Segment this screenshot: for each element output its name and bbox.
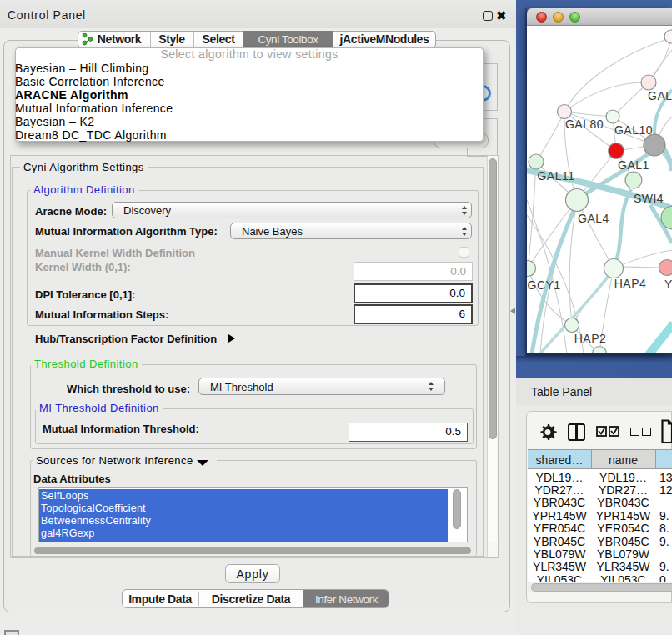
svg-text:GAL11: GAL11 [537,169,574,182]
svg-text:GAL: GAL [648,89,672,102]
svg-text:GAL10: GAL10 [614,123,653,137]
svg-text:GAL4: GAL4 [578,212,609,225]
svg-text:HAP2: HAP2 [574,332,607,345]
svg-text:GCY1: GCY1 [528,278,561,292]
svg-text:HAP4: HAP4 [614,277,647,290]
svg-text:SWI4: SWI4 [634,192,664,205]
svg-text:GAL80: GAL80 [565,118,604,131]
svg-text:GAL1: GAL1 [618,158,649,172]
svg-text:Y: Y [664,278,672,291]
